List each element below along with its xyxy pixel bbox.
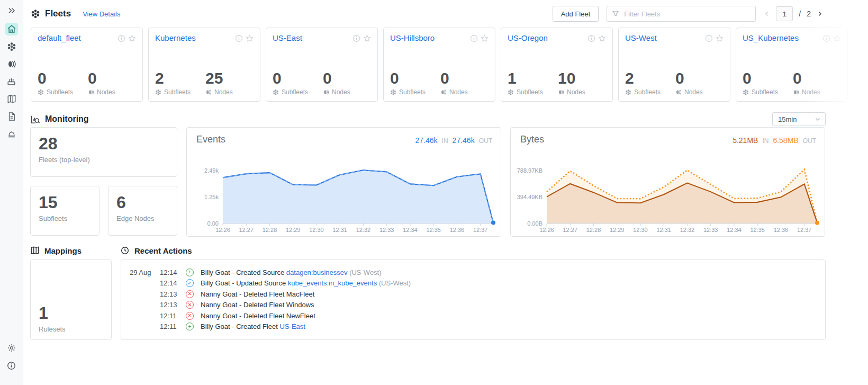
fleets-stat-card: 28 Fleets (top-level): [30, 127, 177, 177]
fleet-star-icon[interactable]: [363, 34, 371, 42]
fleet-card[interactable]: Kubernetes 2 Subfleets 25 Nodes: [148, 28, 260, 102]
fleet-name-link[interactable]: default_fleet: [38, 33, 81, 42]
sidebar-item-notes[interactable]: [5, 110, 18, 123]
fleet-info-icon[interactable]: [117, 34, 125, 42]
sidebar-item-info[interactable]: [5, 359, 18, 372]
svg-text:12:34: 12:34: [727, 227, 742, 233]
svg-text:12:28: 12:28: [586, 227, 601, 233]
sidebar-expand-icon[interactable]: [7, 6, 16, 15]
action-link[interactable]: datagen:businessev: [286, 268, 348, 276]
subfleets-count: 0: [273, 69, 323, 87]
fleets-count-label: Fleets (top-level): [39, 156, 169, 164]
sidebar-item-notifications[interactable]: [5, 128, 18, 140]
subfleets-cluster-icon: [625, 89, 631, 95]
fleet-card[interactable]: US-Oregon 1 Subfleets 10 Nodes: [501, 28, 613, 102]
fleet-name-link[interactable]: US-Oregon: [508, 33, 548, 42]
subfleets-count: 0: [743, 69, 793, 87]
fleet-card-icons: [705, 34, 724, 42]
action-link[interactable]: kube_events:in_kube_events: [288, 279, 377, 287]
fleet-card-strip: default_fleet 0 Subfleets 0 Nodes: [24, 28, 868, 103]
filter-fleets-input[interactable]: [623, 10, 755, 19]
events-in-total: 27.46k: [415, 136, 438, 145]
recent-actions-list: 29 Aug 12:14 + Billy Goat - Created Sour…: [130, 267, 817, 332]
fleet-card-header: US-Oregon: [508, 33, 606, 42]
fleets-dashboard: Fleets View Details Add Fleet 1 / 2: [0, 0, 868, 385]
fleet-card[interactable]: US-Hillsboro 0 Subfleets 0 Nodes: [383, 28, 495, 102]
rulesets-count: 1: [39, 304, 103, 323]
fleet-card-stats: 0 Subfleets 0 Nodes: [743, 69, 843, 96]
fleet-cluster-icon: [7, 42, 16, 51]
subfleets-count: 0: [38, 69, 88, 87]
svg-text:394.49KB: 394.49KB: [517, 194, 542, 200]
nodes-count: 0: [793, 69, 843, 87]
sidebar-item-mappings[interactable]: [5, 93, 18, 105]
nodes-disc-icon: [558, 89, 564, 95]
sidebar-item-home[interactable]: [5, 23, 18, 35]
action-type-icon: +: [186, 323, 194, 330]
action-date: 29 Aug: [130, 268, 160, 276]
nodes-label: Nodes: [802, 88, 820, 96]
fleet-name-link[interactable]: US-West: [625, 33, 657, 42]
fleet-card[interactable]: US-East 0 Subfleets 0 Nodes: [266, 28, 378, 102]
fleet-card[interactable]: US-West 2 Subfleets 0 Nodes: [618, 28, 730, 102]
fleet-name-link[interactable]: US-Hillsboro: [390, 33, 435, 42]
bytes-in-total: 5.21MB: [733, 136, 758, 145]
subfleets-cluster-icon: [155, 89, 161, 95]
fleet-card[interactable]: default_fleet 0 Subfleets 0 Nodes: [31, 28, 143, 102]
nodes-count: 0: [440, 69, 491, 87]
events-chart-card: Events 27.46k IN 27.46k OUT 2.49k1.25k0.…: [186, 127, 501, 237]
events-chart-title: Events: [196, 134, 225, 145]
subfleets-label: Subfleets: [399, 88, 426, 96]
fleet-card[interactable]: US_Kubernetes 0 Subfleets 0 Nodes: [736, 28, 848, 102]
fleet-name-link[interactable]: US-East: [273, 33, 302, 42]
view-details-link[interactable]: View Details: [83, 10, 120, 18]
fleet-card-header: US-Hillsboro: [390, 33, 489, 42]
svg-text:12:37: 12:37: [473, 227, 488, 233]
action-type-icon: ✕: [186, 290, 194, 298]
svg-text:12:35: 12:35: [750, 227, 765, 233]
fleet-info-icon[interactable]: [705, 34, 713, 42]
fleet-star-icon[interactable]: [128, 34, 136, 42]
subfleets-count: 0: [390, 69, 440, 87]
fleet-star-icon[interactable]: [481, 34, 489, 42]
fleet-card-row: default_fleet 0 Subfleets 0 Nodes: [24, 28, 868, 102]
fleet-card-icons: [470, 34, 489, 42]
action-text: Nanny Goat - Deleted Fleet Windows: [201, 301, 314, 309]
fleet-name-link[interactable]: Kubernetes: [155, 33, 196, 42]
sidebar-item-edge[interactable]: [5, 75, 18, 88]
sidebar: [0, 0, 23, 385]
fleet-star-icon[interactable]: [598, 34, 606, 42]
fleet-card-icons: [352, 34, 371, 42]
fleet-info-icon[interactable]: [235, 34, 243, 42]
page-next-icon[interactable]: [817, 11, 823, 17]
nodes-count: 25: [205, 69, 256, 87]
bytes-chart-totals: 5.21MB IN 6.58MB OUT: [733, 136, 816, 145]
sidebar-item-fleets[interactable]: [5, 40, 18, 53]
page-number-box[interactable]: 1: [776, 6, 793, 21]
fleet-star-icon[interactable]: [246, 34, 254, 42]
events-chart-plot: 2.49k1.25k0.0012:2612:2712:2812:2912:301…: [191, 148, 496, 234]
sidebar-item-nodes[interactable]: [5, 58, 18, 70]
action-link[interactable]: US-East: [280, 323, 305, 330]
subfleets-count-label: Subfleets: [39, 214, 91, 222]
fleet-info-icon[interactable]: [470, 34, 478, 42]
fleet-card-icons: [822, 34, 841, 42]
sidebar-item-settings[interactable]: [5, 342, 18, 354]
mappings-book-icon: [30, 246, 40, 255]
fleet-star-icon[interactable]: [716, 34, 724, 42]
edge-nodes-count-label: Edge Nodes: [116, 214, 169, 222]
page-prev-icon[interactable]: [764, 11, 770, 17]
rulesets-stat-card: 1 Rulesets: [30, 259, 112, 340]
fleet-info-icon[interactable]: [587, 34, 595, 42]
add-fleet-button[interactable]: Add Fleet: [553, 6, 599, 22]
monitoring-grid: 28 Fleets (top-level) 15 Subfleets 6 Edg…: [30, 127, 826, 237]
svg-text:0.00B: 0.00B: [527, 220, 542, 227]
topbar: Fleets View Details Add Fleet 1 / 2: [24, 0, 868, 28]
fleet-name-link[interactable]: US_Kubernetes: [743, 33, 799, 42]
fleet-info-icon[interactable]: [352, 34, 360, 42]
time-range-select[interactable]: 15min: [772, 112, 826, 126]
recent-action-row: 12:14 ✓ Billy Goat - Updated Source kube…: [130, 278, 817, 289]
nodes-count: 0: [323, 69, 373, 87]
fleet-star-icon[interactable]: [833, 34, 841, 42]
fleet-info-icon[interactable]: [822, 34, 830, 42]
